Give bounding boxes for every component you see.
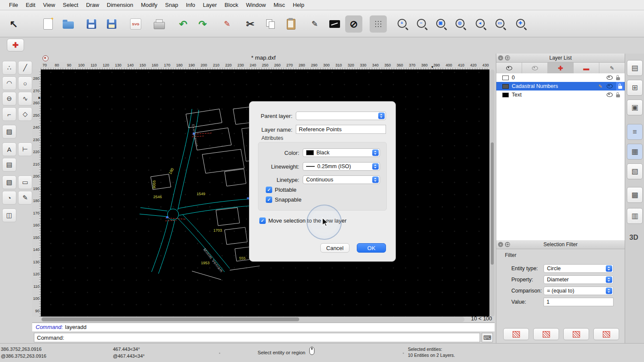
menu-block[interactable]: Block [221, 0, 242, 10]
selection-region-tool-button[interactable]: ▨ [2, 125, 16, 139]
menu-snap[interactable]: Snap [161, 0, 182, 10]
entity-type-select[interactable]: Circle [544, 264, 614, 273]
lineweight-select[interactable]: 0.25mm (ISO) [303, 162, 380, 171]
zoom-in-button[interactable]: + [394, 15, 411, 33]
layer-row[interactable]: 0 [496, 73, 625, 82]
layer-visibility-toggle[interactable] [607, 84, 613, 88]
spline-tool-button[interactable]: ∿ [18, 92, 32, 106]
snappable-checkbox[interactable]: ✓ [266, 196, 272, 203]
redo-button[interactable]: ↷ [194, 15, 211, 33]
draft-mode-button[interactable]: ⊘ [345, 15, 362, 33]
open-file-button[interactable] [60, 15, 77, 33]
image-tool-button[interactable]: ▤ [2, 158, 16, 172]
layer-visibility-toggle[interactable] [607, 93, 613, 97]
pointer-tool-button[interactable]: ↖ [5, 15, 22, 33]
measure-tool-button[interactable]: ▭ [18, 175, 32, 189]
layer-row[interactable]: Text [496, 90, 625, 99]
ellipse-tool-button[interactable]: ⊖ [2, 92, 16, 106]
color-select[interactable]: Black [303, 148, 380, 157]
property-pen-button[interactable]: ✎ [306, 15, 323, 33]
command-input[interactable]: Command: [34, 333, 480, 342]
view-list-panel-button[interactable]: ≡ [627, 124, 643, 140]
menu-window[interactable]: Window [242, 0, 270, 10]
copy-button[interactable] [262, 15, 279, 33]
layer-lock-toggle[interactable] [614, 92, 621, 97]
tangent-tool-button[interactable]: ◔ [2, 191, 16, 205]
menu-misc[interactable]: Misc [270, 0, 289, 10]
zoom-previous-button[interactable]: ◂ [472, 15, 489, 33]
hatch-tool-button[interactable]: ▧ [2, 175, 16, 189]
plottable-checkbox[interactable]: ✓ [266, 187, 272, 193]
export-svg-button[interactable]: SVG [127, 15, 144, 33]
layer-list-panel-button[interactable]: ⊞ [627, 80, 643, 96]
linetype-select[interactable]: Continuous [303, 175, 380, 184]
cancel-button[interactable]: Cancel [320, 243, 349, 253]
polyline-tool-button[interactable]: ⌐ [2, 107, 16, 121]
arc-tool-button[interactable]: ◠ [2, 76, 16, 90]
circle-tool-button[interactable]: ○ [18, 76, 32, 90]
save-as-button[interactable] [103, 15, 120, 33]
remove-layer-button[interactable]: ▬ [574, 63, 599, 73]
layer-lock-toggle[interactable] [614, 75, 621, 80]
move-selection-checkbox[interactable]: ✓ [259, 217, 266, 224]
command-line-panel-button[interactable]: ▧ [627, 163, 643, 179]
selection-filter-panel-button[interactable]: ▦ [627, 144, 643, 160]
library-browser-panel-button[interactable]: ▩ [627, 187, 643, 203]
ok-button[interactable]: OK [357, 243, 386, 253]
expand-tools-button[interactable]: ✚ [7, 39, 24, 51]
vertical-scrollbar[interactable] [490, 69, 495, 317]
menu-modify[interactable]: Modify [137, 0, 161, 10]
menu-select[interactable]: Select [59, 0, 82, 10]
parent-layer-select[interactable] [296, 112, 386, 120]
undo-button[interactable]: ↶ [175, 15, 192, 33]
menu-layer[interactable]: Layer [199, 0, 221, 10]
property-select[interactable]: Diameter [544, 275, 614, 284]
detach-panel-icon[interactable] [505, 242, 510, 247]
polygon-tool-button[interactable]: ◇ [18, 107, 32, 121]
clipboard-panel-button[interactable]: ▥ [627, 208, 643, 224]
close-panel-icon[interactable]: × [498, 242, 503, 247]
keyboard-toggle-button[interactable]: ⌨ [482, 333, 493, 342]
edit-layer-button[interactable]: ✎ [599, 63, 625, 73]
layer-name-input[interactable]: Reference Points [296, 125, 386, 134]
cut-button[interactable]: ✂ [242, 15, 259, 33]
detach-panel-icon[interactable] [505, 55, 510, 60]
block-list-panel-button[interactable]: ▣ [627, 100, 643, 115]
layer-visibility-toggle[interactable] [607, 75, 613, 80]
block-display-button[interactable] [326, 15, 343, 33]
scrollbar-thumb[interactable] [491, 142, 494, 265]
save-file-button[interactable] [83, 15, 100, 33]
show-all-layers-button[interactable] [496, 63, 522, 73]
line-tool-button[interactable]: ╱ [18, 61, 32, 75]
filter-remove-from-selection-button[interactable] [563, 328, 589, 340]
menu-edit[interactable]: Edit [22, 0, 39, 10]
dimension-tool-button[interactable]: ⊢ [18, 142, 32, 156]
scrollbar-thumb[interactable] [42, 317, 299, 321]
menu-help[interactable]: Help [289, 0, 308, 10]
menu-dimension[interactable]: Dimension [103, 0, 137, 10]
horizontal-scrollbar[interactable] [41, 317, 465, 322]
hide-all-layers-button[interactable] [522, 63, 548, 73]
print-preview-button[interactable] [151, 15, 168, 33]
menu-file[interactable]: File [5, 0, 22, 10]
zoom-window-button[interactable]: ▭ [492, 15, 509, 33]
menu-draw[interactable]: Draw [82, 0, 103, 10]
zoom-auto-button[interactable]: ▣ [433, 15, 450, 33]
paste-button[interactable] [283, 15, 300, 33]
property-editor-panel-button[interactable]: ▤ [627, 60, 643, 76]
menu-info[interactable]: Info [182, 0, 199, 10]
text-tool-button[interactable]: A [2, 142, 16, 156]
filter-clear-button[interactable] [593, 328, 619, 340]
grid-toggle-button[interactable] [370, 15, 387, 33]
filter-add-to-selection-button[interactable] [533, 328, 559, 340]
comparison-select[interactable]: = (equal to) [544, 287, 614, 295]
filter-select-button[interactable] [503, 328, 529, 340]
add-layer-button[interactable]: ✚ [548, 63, 574, 73]
layer-row[interactable]: Cadastral Numbers ✎ [496, 82, 625, 90]
layer-lock-toggle[interactable] [616, 82, 624, 90]
value-input[interactable]: 1 [544, 298, 614, 306]
zoom-selection-button[interactable]: ◎ [452, 15, 469, 33]
zoom-out-button[interactable]: − [413, 15, 431, 33]
modify-tool-button[interactable]: ✎ [18, 191, 32, 205]
new-file-button[interactable] [39, 15, 57, 33]
